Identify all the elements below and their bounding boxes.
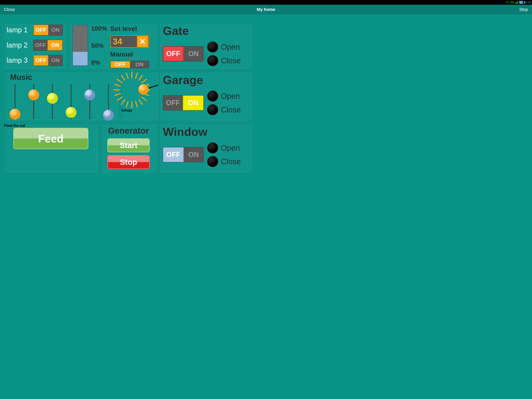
svg-rect-3 bbox=[517, 2, 517, 4]
appbar-close-button[interactable]: Close bbox=[4, 7, 15, 12]
music-panel: Music bbox=[4, 71, 118, 120]
open-label: Open bbox=[221, 92, 240, 101]
generator-stop-button[interactable]: Stop bbox=[107, 155, 150, 169]
toggle-on: ON bbox=[184, 147, 203, 162]
gate-open-led bbox=[207, 41, 218, 52]
lamp-row: lamp 3 OFF ON bbox=[7, 55, 63, 66]
lamp-row: lamp 2 OFF ON bbox=[7, 40, 63, 51]
gauge-tick bbox=[135, 72, 138, 79]
garage-close-led bbox=[207, 104, 218, 115]
gauge-tick bbox=[126, 101, 129, 108]
toggle-off: OFF bbox=[33, 40, 48, 51]
window-title: Window bbox=[163, 125, 248, 139]
scale-mark: 100% bbox=[91, 25, 107, 32]
gauge-tick bbox=[138, 99, 143, 105]
signal-icon bbox=[515, 1, 518, 4]
generator-start-button[interactable]: Start bbox=[107, 138, 150, 152]
lamp-label: lamp 1 bbox=[7, 26, 31, 34]
lamps-panel: lamp 1 OFF ON lamp 2 OFF ON lamp 3 OFF O… bbox=[4, 22, 66, 69]
gate-toggle[interactable]: OFF ON bbox=[163, 46, 204, 61]
level-bar-fill bbox=[73, 52, 88, 65]
scale-mark: 0% bbox=[91, 59, 107, 66]
garage-toggle[interactable]: OFF ON bbox=[163, 95, 204, 110]
manual-label: Manual bbox=[110, 51, 152, 58]
app-bar: Close My home Stop bbox=[0, 5, 532, 14]
lamp-row: lamp 1 OFF ON bbox=[7, 25, 63, 35]
music-slider-1[interactable] bbox=[10, 84, 20, 119]
gauge-tick bbox=[126, 72, 129, 79]
lamp1-toggle[interactable]: OFF ON bbox=[33, 25, 63, 35]
svg-rect-1 bbox=[515, 3, 516, 4]
gauge-tick bbox=[135, 101, 138, 108]
feed-button[interactable]: Feed bbox=[13, 128, 89, 149]
music-title: Music bbox=[10, 73, 113, 82]
gauge-tick bbox=[138, 75, 143, 81]
feed-panel: Feed the cat Feed bbox=[4, 123, 98, 172]
level-panel: 100% 50% 0% Set level 34 ✕ Manual OFF ON bbox=[69, 22, 156, 69]
level-scale: 100% 50% 0% bbox=[91, 25, 107, 66]
toggle-off: OFF bbox=[33, 55, 49, 66]
toggle-on: ON bbox=[48, 55, 63, 66]
music-slider-2[interactable] bbox=[29, 84, 38, 119]
android-status-bar: 3G 0:19 bbox=[0, 0, 532, 5]
garage-open-led bbox=[207, 90, 218, 102]
music-slider-5[interactable] bbox=[85, 84, 95, 119]
window-open-led bbox=[207, 142, 218, 153]
manual-toggle[interactable]: OFF ON bbox=[110, 61, 149, 68]
svg-rect-2 bbox=[516, 2, 516, 4]
music-slider-6[interactable] bbox=[104, 84, 113, 119]
lamp-label: lamp 3 bbox=[7, 56, 31, 64]
appbar-title: My home bbox=[257, 7, 275, 12]
toggle-off: OFF bbox=[33, 25, 49, 35]
x-icon: ✕ bbox=[139, 37, 146, 46]
window-panel: Window OFF ON Open Close bbox=[159, 123, 252, 172]
gauge-tick bbox=[121, 75, 125, 81]
clear-level-button[interactable]: ✕ bbox=[137, 36, 148, 47]
gauge-tick bbox=[141, 79, 147, 83]
lamp-label: lamp 2 bbox=[7, 41, 31, 49]
close-label: Close bbox=[221, 157, 241, 166]
toggle-off: OFF bbox=[110, 61, 130, 68]
generator-panel: Generator Start Stop bbox=[101, 123, 156, 172]
set-level-value: 34 bbox=[111, 37, 137, 46]
gauge-tick bbox=[132, 102, 133, 108]
lamp3-toggle[interactable]: OFF ON bbox=[33, 55, 63, 66]
toggle-on: ON bbox=[130, 61, 149, 68]
alarm-icon bbox=[506, 0, 509, 4]
toggle-off: OFF bbox=[163, 46, 184, 61]
gauge-tick bbox=[132, 72, 133, 78]
window-toggle[interactable]: OFF ON bbox=[163, 147, 204, 162]
lamp2-toggle[interactable]: OFF ON bbox=[33, 40, 63, 51]
window-close-led bbox=[207, 156, 218, 167]
toggle-on: ON bbox=[184, 46, 203, 61]
music-slider-3[interactable] bbox=[48, 84, 57, 119]
gate-close-led bbox=[207, 55, 218, 66]
toggle-off: OFF bbox=[163, 96, 183, 110]
close-label: Close bbox=[221, 56, 241, 65]
music-sliders bbox=[8, 82, 113, 119]
level-bar[interactable] bbox=[72, 25, 88, 66]
open-label: Open bbox=[221, 144, 240, 152]
gate-title: Gate bbox=[163, 24, 248, 38]
gate-panel: Gate OFF ON Open Close bbox=[159, 22, 252, 69]
status-clock: 0:19 bbox=[526, 1, 531, 4]
network-3g-label: 3G bbox=[510, 1, 514, 4]
music-slider-4[interactable] bbox=[66, 84, 76, 119]
scale-mark: 50% bbox=[91, 42, 107, 49]
garage-panel: Garage OFF ON Open Close bbox=[159, 71, 252, 120]
feed-title: Feed the cat bbox=[4, 123, 98, 128]
gauge-tick bbox=[141, 97, 147, 101]
gauge-tick bbox=[114, 90, 120, 90]
set-level-input[interactable]: 34 ✕ bbox=[110, 35, 149, 48]
set-level-label: Set level bbox=[110, 25, 152, 32]
toggle-on: ON bbox=[183, 96, 203, 110]
open-label: Open bbox=[221, 43, 240, 51]
gauge-tick bbox=[144, 90, 150, 90]
gauge-tick bbox=[121, 99, 125, 105]
appbar-stop-button[interactable]: Stop bbox=[519, 7, 528, 12]
toggle-on: ON bbox=[48, 25, 63, 35]
garage-title: Garage bbox=[163, 73, 248, 87]
close-label: Close bbox=[221, 105, 241, 114]
generator-title: Generator bbox=[101, 126, 156, 135]
toggle-off: OFF bbox=[163, 147, 184, 162]
